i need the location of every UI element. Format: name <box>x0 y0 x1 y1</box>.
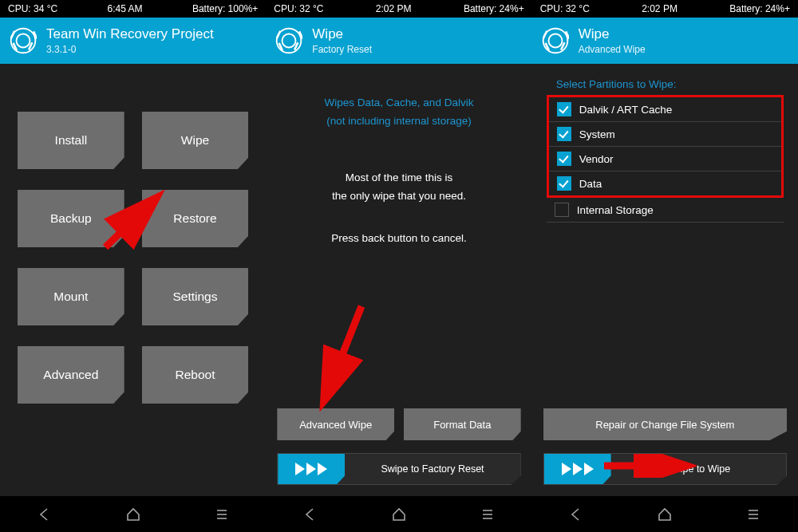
nav-back-icon[interactable] <box>302 506 318 522</box>
advanced-wipe-button[interactable]: Advanced Wipe <box>277 408 394 440</box>
header-title: Team Win Recovery Project <box>46 26 214 42</box>
header-subtitle: Factory Reset <box>312 44 372 55</box>
app-header: Team Win Recovery Project 3.3.1-0 <box>0 18 266 64</box>
header-subtitle: 3.3.1-0 <box>46 44 214 55</box>
format-data-button[interactable]: Format Data <box>404 408 521 440</box>
mount-button[interactable]: Mount <box>18 268 124 325</box>
twrp-logo-icon <box>542 27 569 54</box>
status-cpu: CPU: 32 °C <box>540 3 590 14</box>
app-header: Wipe Factory Reset <box>266 18 531 64</box>
status-battery: Battery: 100%+ <box>192 3 258 14</box>
partition-dalvik-checkbox[interactable]: Dalvik / ART Cache <box>549 97 781 122</box>
app-header: Wipe Advanced Wipe <box>532 18 798 64</box>
partition-label: Data <box>579 178 602 190</box>
repair-change-fs-button[interactable]: Repair or Change File System <box>543 408 787 440</box>
swipe-handle-icon <box>278 454 345 484</box>
swipe-label: Swipe to Factory Reset <box>345 463 519 475</box>
reboot-button[interactable]: Reboot <box>142 346 249 404</box>
status-battery: Battery: 24%+ <box>729 3 790 14</box>
header-title: Wipe <box>312 26 372 42</box>
cancel-instruction: Press back button to cancel. <box>272 230 525 248</box>
nav-menu-icon[interactable] <box>214 506 230 522</box>
status-cpu: CPU: 34 °C <box>8 3 57 14</box>
twrp-logo-icon <box>275 27 302 54</box>
nav-bar-area <box>0 496 798 532</box>
backup-button[interactable]: Backup <box>18 190 124 247</box>
checkbox-checked-icon <box>557 102 571 116</box>
status-time: 2:02 PM <box>376 3 412 14</box>
settings-button[interactable]: Settings <box>142 268 249 325</box>
partition-section-title: Select Partitions to Wipe: <box>539 70 792 95</box>
wipe-description-line2: (not including internal storage) <box>272 112 525 131</box>
status-time: 6:45 AM <box>108 3 143 14</box>
swipe-label: Swipe to Wipe <box>611 463 786 475</box>
svg-rect-2 <box>10 30 16 38</box>
wipe-button[interactable]: Wipe <box>142 112 249 169</box>
svg-rect-9 <box>276 30 282 38</box>
nav-back-icon[interactable] <box>37 506 53 522</box>
status-cpu: CPU: 32 °C <box>274 3 323 14</box>
partition-system-checkbox[interactable]: System <box>549 122 781 147</box>
partition-data-checkbox[interactable]: Data <box>549 171 781 195</box>
nav-back-icon[interactable] <box>568 506 584 522</box>
swipe-factory-reset-slider[interactable]: Swipe to Factory Reset <box>277 453 520 485</box>
wipe-note-line2: the only wipe that you need. <box>272 187 525 206</box>
svg-point-15 <box>548 34 562 48</box>
partition-label: Internal Storage <box>577 204 654 216</box>
nav-home-icon[interactable] <box>657 506 673 522</box>
screen-main-menu: CPU: 34 °C 6:45 AM Battery: 100%+ Team W… <box>0 0 266 496</box>
partition-internal-storage-checkbox[interactable]: Internal Storage <box>547 198 784 223</box>
wipe-description-line1: Wipes Data, Cache, and Dalvik <box>272 94 525 112</box>
checkbox-checked-icon <box>557 176 571 191</box>
screen-advanced-wipe: CPU: 32 °C 2:02 PM Battery: 24%+ Wipe Ad… <box>532 0 798 496</box>
nav-menu-icon[interactable] <box>745 506 761 522</box>
nav-home-icon[interactable] <box>125 506 141 522</box>
nav-menu-icon[interactable] <box>480 506 496 522</box>
svg-rect-16 <box>542 30 547 38</box>
swipe-handle-icon <box>544 454 611 484</box>
restore-button[interactable]: Restore <box>142 190 249 247</box>
svg-point-8 <box>282 34 296 48</box>
swipe-to-wipe-slider[interactable]: Swipe to Wipe <box>543 453 787 485</box>
partition-label: Vendor <box>579 153 614 165</box>
svg-point-1 <box>17 34 30 48</box>
checkbox-unchecked-icon <box>555 203 569 217</box>
install-button[interactable]: Install <box>18 112 124 169</box>
annotation-highlight-box: Dalvik / ART Cache System Vendor Data <box>547 95 784 198</box>
status-battery: Battery: 24%+ <box>464 3 524 14</box>
header-title: Wipe <box>579 26 646 42</box>
wipe-note-line1: Most of the time this is <box>272 169 525 187</box>
screen-factory-reset: CPU: 32 °C 2:02 PM Battery: 24%+ Wipe Fa… <box>266 0 531 496</box>
status-bar: CPU: 32 °C 2:02 PM Battery: 24%+ <box>266 0 531 18</box>
header-subtitle: Advanced Wipe <box>579 44 646 55</box>
status-bar: CPU: 34 °C 6:45 AM Battery: 100%+ <box>0 0 266 18</box>
svg-line-13 <box>325 306 361 399</box>
status-bar: CPU: 32 °C 2:02 PM Battery: 24%+ <box>532 0 798 18</box>
partition-label: Dalvik / ART Cache <box>579 104 673 116</box>
twrp-logo-icon <box>10 27 37 54</box>
advanced-button[interactable]: Advanced <box>18 346 124 404</box>
nav-home-icon[interactable] <box>391 506 407 522</box>
status-time: 2:02 PM <box>642 3 678 14</box>
checkbox-checked-icon <box>557 127 571 141</box>
partition-label: System <box>579 128 615 140</box>
checkbox-checked-icon <box>557 152 571 166</box>
annotation-arrow-icon <box>314 300 377 414</box>
partition-vendor-checkbox[interactable]: Vendor <box>549 147 781 171</box>
